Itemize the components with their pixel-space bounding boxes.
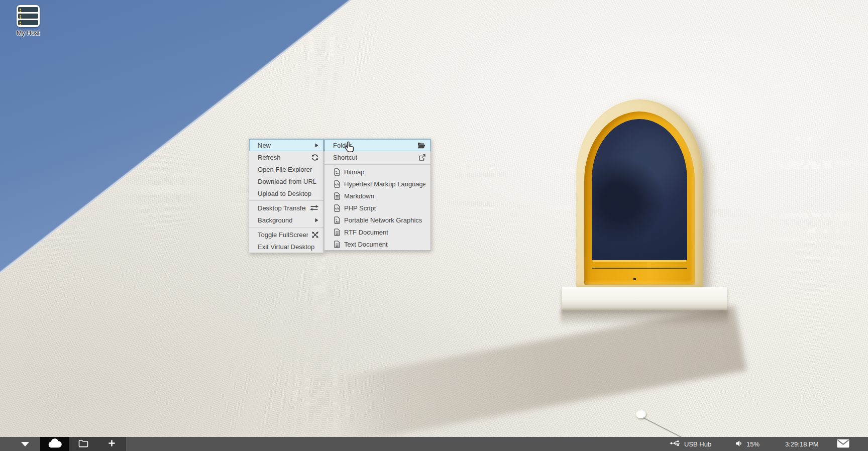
plus-icon <box>108 439 116 448</box>
usb-hub-status[interactable]: USB Hub <box>670 437 711 451</box>
usb-hub-label: USB Hub <box>684 440 711 448</box>
menu-item-label: RTF Document <box>344 229 388 236</box>
file-image-icon <box>333 168 341 176</box>
menu-item-label: Text Document <box>344 241 388 248</box>
file-lines-icon <box>333 241 341 248</box>
menu-item-label: Toggle FullScreen <box>258 231 308 239</box>
menu-item-label: Markdown <box>344 192 374 200</box>
new-submenu: FolderShortcutBitmapHypertext Markup Lan… <box>324 139 431 251</box>
clock-text: 3:29:18 PM <box>785 440 819 448</box>
new-submenu-item-rtf-document[interactable]: RTF Document <box>324 226 430 238</box>
wallpaper-ledge-shadow <box>561 310 728 326</box>
fullscreen-icon <box>308 232 318 238</box>
context-menu-separator <box>249 227 323 228</box>
context-menu-item-new[interactable]: New <box>249 139 323 151</box>
taskbar: USB Hub 15% 3:29:18 PM <box>0 437 868 451</box>
new-submenu-item-folder[interactable]: Folder <box>324 139 430 151</box>
context-menu-item-toggle-fullscreen[interactable]: Toggle FullScreen <box>249 229 323 241</box>
refresh-icon <box>307 154 318 161</box>
context-menu-item-background[interactable]: Background <box>249 214 323 226</box>
taskbar-collapse-button[interactable] <box>15 437 35 451</box>
context-menu-item-desktop-transfer[interactable]: Desktop Transfer <box>249 202 323 214</box>
context-menu: NewRefreshOpen File ExplorerDownload fro… <box>249 139 324 253</box>
menu-item-label: Shortcut <box>333 154 357 161</box>
file-lines-icon <box>333 229 341 236</box>
menu-item-label: Bitmap <box>344 168 364 176</box>
new-submenu-item-php-script[interactable]: PHP Script <box>324 202 430 214</box>
context-menu-item-open-file-explorer[interactable]: Open File Explorer <box>249 163 323 175</box>
new-app-button[interactable] <box>97 437 126 451</box>
desktop-icon-label: My Host <box>5 30 51 37</box>
context-menu-item-refresh[interactable]: Refresh <box>249 151 323 163</box>
file-code-icon <box>333 180 341 188</box>
menu-item-label: Hypertext Markup Language <box>344 180 425 188</box>
new-submenu-item-markdown[interactable]: Markdown <box>324 190 430 202</box>
new-submenu-item-hypertext-markup-language[interactable]: Hypertext Markup Language <box>324 178 430 190</box>
context-menu-item-download-from-url[interactable]: Download from URL <box>249 175 323 187</box>
cloud-app-button[interactable] <box>40 437 69 451</box>
menu-item-label: Exit Virtual Desktop <box>258 243 314 251</box>
envelope-icon <box>837 439 849 449</box>
wallpaper-window-glass <box>592 119 687 260</box>
wallpaper-window-ledge <box>562 287 727 310</box>
volume-status[interactable]: 15% <box>735 437 759 451</box>
file-lines-icon <box>333 192 341 200</box>
chevron-right-icon <box>311 218 318 222</box>
wallpaper-window-sill-line <box>592 268 687 269</box>
context-menu-item-exit-virtual-desktop[interactable]: Exit Virtual Desktop <box>249 241 323 253</box>
menu-item-label: Open File Explorer <box>258 166 312 173</box>
usb-icon <box>670 440 681 448</box>
menu-item-label: PHP Script <box>344 204 376 212</box>
menu-item-label: New <box>258 142 271 149</box>
server-icon <box>17 5 40 27</box>
context-menu-item-upload-to-desktop[interactable]: Upload to Desktop <box>249 187 323 199</box>
external-link-icon <box>415 154 425 161</box>
file-explorer-button[interactable] <box>69 437 97 451</box>
new-submenu-separator <box>324 164 430 165</box>
volume-percent: 15% <box>746 440 759 448</box>
transfer-icon <box>306 205 318 211</box>
chevron-down-icon <box>21 442 29 446</box>
taskbar-clock: 3:29:18 PM <box>785 437 819 451</box>
menu-item-label: Refresh <box>258 154 281 161</box>
menu-item-label: Folder <box>333 142 352 149</box>
new-submenu-item-bitmap[interactable]: Bitmap <box>324 166 430 178</box>
desktop-icon-my-host[interactable]: My Host <box>5 5 51 37</box>
file-image-icon <box>333 216 341 224</box>
cloud-icon <box>48 438 62 449</box>
menu-item-label: Download from URL <box>258 178 316 185</box>
wallpaper-antenna-knob <box>636 410 646 418</box>
chevron-right-icon <box>311 143 318 148</box>
folder-icon <box>78 439 88 449</box>
file-code-icon <box>333 204 341 212</box>
virtual-desktop: My Host NewRefreshOpen File ExplorerDown… <box>0 0 868 451</box>
wallpaper-window-sill-highlight <box>593 260 686 262</box>
folder-open-icon <box>413 142 425 149</box>
new-submenu-item-shortcut[interactable]: Shortcut <box>324 151 430 163</box>
menu-item-label: Background <box>258 216 292 224</box>
context-menu-separator <box>249 200 323 201</box>
new-submenu-item-portable-network-graphics[interactable]: Portable Network Graphics <box>324 214 430 226</box>
menu-item-label: Desktop Transfer <box>258 204 306 212</box>
volume-icon <box>735 440 743 448</box>
new-submenu-item-text-document[interactable]: Text Document <box>324 238 430 250</box>
mail-button[interactable] <box>837 437 849 451</box>
menu-item-label: Upload to Desktop <box>258 190 311 197</box>
wallpaper-window-knob <box>633 278 636 280</box>
menu-item-label: Portable Network Graphics <box>344 216 422 224</box>
